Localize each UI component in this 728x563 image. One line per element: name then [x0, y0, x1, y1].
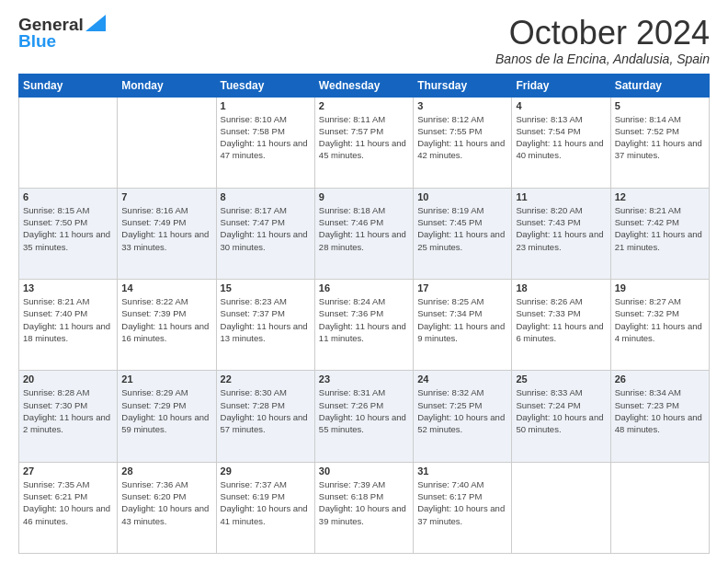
header: General Blue October 2024 Banos de la En…: [18, 15, 710, 66]
calendar-cell: [19, 97, 118, 188]
day-info: Sunrise: 8:28 AM Sunset: 7:30 PM Dayligh…: [23, 386, 113, 435]
calendar-cell: 29Sunrise: 7:37 AM Sunset: 6:19 PM Dayli…: [216, 462, 314, 553]
calendar-cell: 26Sunrise: 8:34 AM Sunset: 7:23 PM Dayli…: [610, 371, 709, 462]
day-info: Sunrise: 8:18 AM Sunset: 7:46 PM Dayligh…: [319, 204, 409, 253]
day-number: 19: [615, 282, 705, 293]
calendar-cell: 12Sunrise: 8:21 AM Sunset: 7:42 PM Dayli…: [610, 188, 709, 279]
calendar-week-row: 13Sunrise: 8:21 AM Sunset: 7:40 PM Dayli…: [19, 280, 710, 371]
day-info: Sunrise: 7:39 AM Sunset: 6:18 PM Dayligh…: [319, 478, 409, 527]
day-number: 6: [23, 191, 113, 202]
calendar-cell: [118, 97, 216, 188]
calendar-week-row: 27Sunrise: 7:35 AM Sunset: 6:21 PM Dayli…: [19, 462, 710, 553]
calendar-cell: 24Sunrise: 8:32 AM Sunset: 7:25 PM Dayli…: [414, 371, 512, 462]
calendar-cell: 5Sunrise: 8:14 AM Sunset: 7:52 PM Daylig…: [610, 97, 709, 188]
day-number: 23: [319, 373, 409, 385]
day-number: 3: [417, 100, 507, 111]
title-block: October 2024 Banos de la Encina, Andalus…: [495, 15, 710, 66]
calendar-cell: 3Sunrise: 8:12 AM Sunset: 7:55 PM Daylig…: [414, 97, 512, 188]
day-info: Sunrise: 8:13 AM Sunset: 7:54 PM Dayligh…: [516, 113, 606, 162]
day-info: Sunrise: 8:23 AM Sunset: 7:37 PM Dayligh…: [221, 295, 311, 344]
calendar-cell: 18Sunrise: 8:26 AM Sunset: 7:33 PM Dayli…: [512, 280, 610, 371]
day-info: Sunrise: 7:40 AM Sunset: 6:17 PM Dayligh…: [417, 478, 507, 527]
location: Banos de la Encina, Andalusia, Spain: [495, 52, 710, 66]
day-info: Sunrise: 8:29 AM Sunset: 7:29 PM Dayligh…: [121, 386, 211, 435]
day-info: Sunrise: 8:26 AM Sunset: 7:33 PM Dayligh…: [516, 295, 606, 344]
calendar-cell: 1Sunrise: 8:10 AM Sunset: 7:58 PM Daylig…: [216, 97, 314, 188]
calendar-cell: 27Sunrise: 7:35 AM Sunset: 6:21 PM Dayli…: [19, 462, 118, 553]
day-info: Sunrise: 8:11 AM Sunset: 7:57 PM Dayligh…: [319, 113, 409, 162]
calendar-cell: 13Sunrise: 8:21 AM Sunset: 7:40 PM Dayli…: [19, 280, 118, 371]
calendar-cell: 30Sunrise: 7:39 AM Sunset: 6:18 PM Dayli…: [314, 462, 413, 553]
day-info: Sunrise: 8:20 AM Sunset: 7:43 PM Dayligh…: [516, 204, 606, 253]
calendar-header-row: SundayMondayTuesdayWednesdayThursdayFrid…: [19, 74, 710, 97]
calendar-header-wednesday: Wednesday: [314, 74, 413, 97]
calendar-cell: 25Sunrise: 8:33 AM Sunset: 7:24 PM Dayli…: [512, 371, 610, 462]
day-info: Sunrise: 7:36 AM Sunset: 6:20 PM Dayligh…: [121, 478, 211, 527]
day-info: Sunrise: 7:37 AM Sunset: 6:19 PM Dayligh…: [221, 478, 311, 527]
calendar-cell: 16Sunrise: 8:24 AM Sunset: 7:36 PM Dayli…: [314, 280, 413, 371]
day-number: 26: [615, 373, 705, 385]
day-number: 5: [615, 100, 705, 111]
calendar-cell: [610, 462, 709, 553]
calendar-header-sunday: Sunday: [19, 74, 118, 97]
day-number: 1: [221, 100, 311, 111]
day-info: Sunrise: 8:16 AM Sunset: 7:49 PM Dayligh…: [121, 204, 211, 253]
day-number: 2: [319, 100, 409, 111]
svg-marker-0: [85, 15, 106, 31]
day-info: Sunrise: 8:25 AM Sunset: 7:34 PM Dayligh…: [417, 295, 507, 344]
calendar-cell: 23Sunrise: 8:31 AM Sunset: 7:26 PM Dayli…: [314, 371, 413, 462]
calendar-cell: 8Sunrise: 8:17 AM Sunset: 7:47 PM Daylig…: [216, 188, 314, 279]
day-info: Sunrise: 8:22 AM Sunset: 7:39 PM Dayligh…: [121, 295, 211, 344]
day-info: Sunrise: 8:15 AM Sunset: 7:50 PM Dayligh…: [23, 204, 113, 253]
calendar-cell: 20Sunrise: 8:28 AM Sunset: 7:30 PM Dayli…: [19, 371, 118, 462]
day-number: 20: [23, 373, 113, 385]
logo: General Blue: [18, 15, 106, 52]
day-number: 4: [516, 100, 606, 111]
day-number: 29: [221, 465, 311, 477]
day-info: Sunrise: 8:30 AM Sunset: 7:28 PM Dayligh…: [221, 386, 311, 435]
calendar-header-friday: Friday: [512, 74, 610, 97]
day-number: 27: [23, 465, 113, 477]
calendar-cell: 22Sunrise: 8:30 AM Sunset: 7:28 PM Dayli…: [216, 371, 314, 462]
calendar-header-monday: Monday: [118, 74, 216, 97]
day-number: 11: [516, 191, 606, 202]
day-info: Sunrise: 8:19 AM Sunset: 7:45 PM Dayligh…: [417, 204, 507, 253]
logo-icon: [85, 15, 106, 31]
day-number: 17: [417, 282, 507, 293]
day-number: 30: [319, 465, 409, 477]
calendar-cell: 7Sunrise: 8:16 AM Sunset: 7:49 PM Daylig…: [118, 188, 216, 279]
calendar-header-thursday: Thursday: [414, 74, 512, 97]
calendar-cell: 17Sunrise: 8:25 AM Sunset: 7:34 PM Dayli…: [414, 280, 512, 371]
day-number: 15: [221, 282, 311, 293]
day-number: 21: [121, 373, 211, 385]
page: General Blue October 2024 Banos de la En…: [0, 0, 728, 563]
calendar-cell: 15Sunrise: 8:23 AM Sunset: 7:37 PM Dayli…: [216, 280, 314, 371]
day-info: Sunrise: 8:31 AM Sunset: 7:26 PM Dayligh…: [319, 386, 409, 435]
day-info: Sunrise: 8:14 AM Sunset: 7:52 PM Dayligh…: [615, 113, 705, 162]
day-info: Sunrise: 8:10 AM Sunset: 7:58 PM Dayligh…: [221, 113, 311, 162]
day-number: 22: [221, 373, 311, 385]
day-number: 16: [319, 282, 409, 293]
calendar-cell: 19Sunrise: 8:27 AM Sunset: 7:32 PM Dayli…: [610, 280, 709, 371]
calendar-cell: 11Sunrise: 8:20 AM Sunset: 7:43 PM Dayli…: [512, 188, 610, 279]
day-info: Sunrise: 7:35 AM Sunset: 6:21 PM Dayligh…: [23, 478, 113, 527]
calendar-cell: 4Sunrise: 8:13 AM Sunset: 7:54 PM Daylig…: [512, 97, 610, 188]
day-number: 7: [121, 191, 211, 202]
day-info: Sunrise: 8:12 AM Sunset: 7:55 PM Dayligh…: [417, 113, 507, 162]
month-title: October 2024: [495, 15, 710, 52]
calendar-week-row: 20Sunrise: 8:28 AM Sunset: 7:30 PM Dayli…: [19, 371, 710, 462]
day-number: 25: [516, 373, 606, 385]
calendar-header-saturday: Saturday: [610, 74, 709, 97]
day-number: 14: [121, 282, 211, 293]
day-number: 12: [615, 191, 705, 202]
day-info: Sunrise: 8:32 AM Sunset: 7:25 PM Dayligh…: [417, 386, 507, 435]
day-number: 18: [516, 282, 606, 293]
calendar-cell: 9Sunrise: 8:18 AM Sunset: 7:46 PM Daylig…: [314, 188, 413, 279]
day-number: 31: [417, 465, 507, 477]
day-info: Sunrise: 8:27 AM Sunset: 7:32 PM Dayligh…: [615, 295, 705, 344]
day-info: Sunrise: 8:21 AM Sunset: 7:40 PM Dayligh…: [23, 295, 113, 344]
day-info: Sunrise: 8:34 AM Sunset: 7:23 PM Dayligh…: [615, 386, 705, 435]
calendar-cell: 31Sunrise: 7:40 AM Sunset: 6:17 PM Dayli…: [414, 462, 512, 553]
day-info: Sunrise: 8:17 AM Sunset: 7:47 PM Dayligh…: [221, 204, 311, 253]
day-number: 9: [319, 191, 409, 202]
